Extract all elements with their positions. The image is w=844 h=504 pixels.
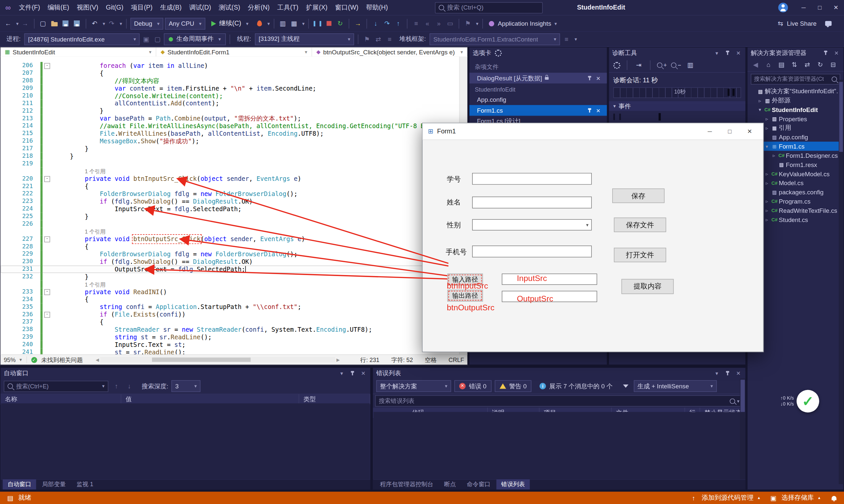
save-button[interactable]: 保存 [612, 188, 665, 203]
code-line[interactable]: 207{ [1, 70, 460, 77]
code-line[interactable]: 219 [1, 160, 460, 168]
zoom-in-icon[interactable]: + [657, 62, 667, 69]
continue-button[interactable]: 继续(C)▾ [207, 17, 253, 29]
code-area[interactable]: 206foreach (var item in allLine)207{208/… [1, 57, 467, 355]
previous-match-icon[interactable]: ↑ [111, 381, 121, 391]
scroll-right-icon[interactable]: ▶ [337, 357, 340, 362]
step-out-icon[interactable]: ↑ [394, 18, 403, 28]
chevron-up-icon[interactable]: ▴ [818, 496, 820, 500]
error-search-box[interactable]: 搜索错误列表 ▾ [375, 395, 743, 407]
output-path-button[interactable]: 输出路径 [447, 290, 483, 301]
filter-icon[interactable] [621, 381, 630, 391]
code-line[interactable]: 218} [1, 152, 460, 160]
navigate-forward-icon[interactable]: → [20, 18, 30, 28]
gear-icon[interactable] [495, 49, 501, 56]
extract-content-button[interactable]: 提取内容 [621, 279, 674, 294]
code-line[interactable]: 238StreamReader sr = new StreamReader(co… [1, 326, 460, 334]
column-header[interactable]: 名称 [1, 394, 121, 404]
close-icon[interactable]: ✕ [735, 370, 742, 376]
autos-search-box[interactable]: 搜索(Ctrl+E) ▾ [4, 380, 108, 392]
expander-icon[interactable]: ▹ [763, 198, 770, 203]
code-line[interactable]: 217} [1, 145, 460, 152]
warnings-filter-button[interactable]: 警告 0 [495, 380, 532, 392]
menu-item[interactable]: 测试(S) [215, 3, 244, 12]
fold-marker[interactable] [44, 236, 50, 242]
expander-icon[interactable]: ▹ [757, 98, 763, 103]
code-line[interactable]: 236if (File.Exists(confi)) [1, 311, 460, 318]
menu-item[interactable]: 分析(N) [244, 3, 273, 12]
menu-item[interactable]: 生成(B) [156, 3, 185, 12]
close-icon[interactable]: ✕ [594, 75, 602, 81]
panel-tab[interactable]: 命令窗口 [462, 479, 495, 489]
code-line[interactable]: 208//得到文本内容 [1, 77, 460, 85]
net-speed-widget[interactable]: ↑0 K/s ↓0 K/s ✓ [780, 390, 819, 413]
breadcrumb-project[interactable]: ▦ StudentInfoEdit ▾ [1, 48, 156, 57]
refresh-icon[interactable]: ↻ [815, 60, 825, 69]
tree-item[interactable]: ▤解决方案“StudentInfoEdit”(1 个项目 [747, 87, 843, 96]
chevron-down-icon[interactable]: ▾ [268, 21, 270, 26]
fold-marker[interactable] [44, 289, 50, 295]
panel-tab[interactable]: 错误列表 [497, 479, 530, 489]
decrease-indent-icon[interactable]: « [423, 18, 432, 28]
menu-item[interactable]: 编辑(E) [44, 3, 73, 12]
scope-dropdown[interactable]: 整个解决方案▾ [376, 380, 451, 392]
menu-item[interactable]: 工具(T) [273, 3, 302, 12]
code-line[interactable]: 229FolderBrowserDialog fdlg = new Folder… [1, 250, 460, 258]
code-line[interactable]: 228{ [1, 243, 460, 250]
pin-icon[interactable] [822, 50, 829, 56]
chevron-down-icon[interactable]: ▾ [338, 370, 345, 376]
solution-platform-dropdown[interactable]: Any CPU▾ [165, 17, 205, 29]
break-all-icon[interactable] [312, 18, 322, 28]
thread-list-icon[interactable]: ≡ [385, 34, 394, 44]
chevron-down-icon[interactable]: ▾ [575, 36, 577, 41]
code-line[interactable]: 215File.WriteAllLines(basePath, allConte… [1, 130, 460, 137]
panel-tab[interactable]: 局部变量 [37, 479, 71, 489]
code-line[interactable]: 240InputSrc.Text = st; [1, 341, 460, 348]
tree-item[interactable]: ▹▥外部源 [747, 96, 843, 105]
close-icon[interactable]: ✕ [735, 50, 742, 56]
switch-views-icon[interactable]: ▤ [777, 60, 786, 69]
panel-tab[interactable]: 监视 1 [71, 479, 98, 489]
open-folder-icon[interactable] [49, 18, 59, 28]
process-dropdown[interactable]: [24876] StudentInfoEdit.exe▾ [24, 33, 140, 45]
errors-grid-body[interactable] [374, 412, 745, 479]
input-path-textbox[interactable] [502, 273, 597, 285]
chevron-down-icon[interactable]: ▾ [120, 21, 122, 26]
tree-item[interactable]: ▾C#StudentInfoEdit [747, 105, 843, 114]
form-maximize-button[interactable]: □ [722, 128, 738, 135]
live-share-label[interactable]: Live Share [787, 20, 816, 27]
code-line[interactable]: 230if (fdlg.ShowDialog() == DialogResult… [1, 258, 460, 266]
open-file-button[interactable]: 打开文件 [614, 248, 666, 262]
increase-indent-icon[interactable]: » [434, 18, 444, 28]
tree-item[interactable]: ▹▧Properties [747, 114, 843, 124]
expander-icon[interactable]: ▹ [771, 152, 777, 158]
code-line[interactable]: 210//Console.WriteLine(content); [1, 92, 460, 100]
chevron-down-icon[interactable]: ▾ [476, 21, 478, 26]
save-file-button[interactable]: 保存文件 [614, 217, 666, 232]
line-ending[interactable]: CRLF [449, 356, 464, 363]
menu-item[interactable]: 扩展(X) [302, 3, 331, 12]
code-line[interactable]: 212} [1, 107, 460, 115]
menu-item[interactable]: Git(G) [102, 4, 127, 11]
zoom-out-icon[interactable]: − [671, 62, 681, 69]
messages-filter-button[interactable]: i展示 7 个消息中的 0 个 [535, 380, 618, 392]
document-tab[interactable]: DialogResult [从元数据]✕ [469, 73, 607, 84]
lifecycle-events-button[interactable]: 生命周期事件▾ [164, 33, 225, 45]
document-tab[interactable]: App.config [469, 94, 607, 105]
expander-icon[interactable]: ▹ [763, 180, 770, 185]
menu-item[interactable]: 文件(F) [15, 3, 44, 12]
form1-titlebar[interactable]: ⊞ Form1 ─ □ ✕ [423, 123, 763, 140]
close-icon[interactable]: ✕ [594, 107, 602, 113]
scrollbar-thumb[interactable] [740, 379, 745, 412]
user-avatar[interactable] [778, 3, 788, 12]
chevron-down-icon[interactable]: ▾ [554, 21, 557, 26]
menu-item[interactable]: 项目(P) [127, 3, 156, 12]
stack-frame-dropdown[interactable]: StudentInfoEdit.Form1.ExtractContent▾ [430, 33, 560, 45]
code-line[interactable]: 239string st = sr.ReadLine(); [1, 334, 460, 341]
source-dropdown[interactable]: 生成 + IntelliSense▾ [634, 380, 717, 392]
form-close-button[interactable]: ✕ [741, 128, 758, 135]
scroll-left-icon[interactable]: ◀ [96, 357, 99, 362]
menu-item[interactable]: 视图(V) [73, 3, 102, 12]
stop-debugging-icon[interactable] [324, 18, 334, 28]
expander-icon[interactable]: ▹ [763, 116, 770, 121]
